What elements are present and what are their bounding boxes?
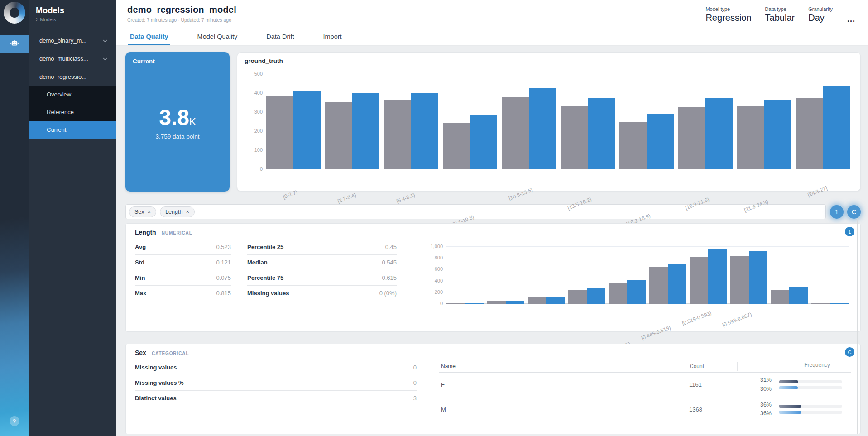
bar-reference[interactable] [771,290,789,304]
sidebar-subitem-current[interactable]: Current [29,121,116,139]
cell-frequency-bars [779,405,851,414]
bar-group[interactable]: [0.445-0.519) [649,264,687,304]
bar-current[interactable] [764,100,791,169]
bar-current[interactable] [789,287,808,304]
bar-group[interactable]: [0.371-0.445) [609,280,646,304]
bar-group[interactable]: [0-2.7) [266,91,321,169]
bar-reference[interactable] [796,98,823,169]
bar-group[interactable]: [24.3-27] [796,86,850,169]
chip-label: Length [165,209,182,215]
filter-chip-length[interactable]: Length× [160,206,195,217]
bar-reference[interactable] [266,96,293,169]
bar-current[interactable] [470,115,497,169]
bar-current[interactable] [587,288,605,304]
bar-reference[interactable] [568,290,587,304]
tab-import[interactable]: Import [321,28,344,45]
app-window: ? Models 3 Models demo_binary_m...demo_m… [0,0,868,436]
bar-group[interactable]: [0.667-0.741) [771,287,808,304]
bar-group[interactable]: [10.8-13.5) [502,88,556,169]
models-rail-button[interactable] [0,35,29,53]
bar-reference[interactable] [443,123,470,169]
help-button[interactable]: ? [10,416,19,426]
bar-reference[interactable] [619,122,647,169]
bar-current[interactable] [588,98,615,169]
bar-group[interactable]: [21.6-24.3) [737,100,791,169]
stat-label: Missing values [135,364,177,371]
bar-current[interactable] [293,91,321,169]
more-menu-button[interactable]: ... [846,15,856,23]
bar-reference[interactable] [325,102,352,169]
bar-group[interactable]: [0.519-0.593) [690,249,727,304]
current-datapoints-card[interactable]: Current 3.8K 3.759 data point [125,52,230,192]
bar-reference[interactable] [811,303,830,304]
bar-reference[interactable] [609,283,627,304]
bar-reference[interactable] [649,267,668,304]
tab-data-quality[interactable]: Data Quality [128,28,170,45]
sidebar-title: Models [36,6,109,15]
meta-group: Model typeRegression [705,6,751,23]
datapoint-count-big: 3.8K [159,107,196,129]
table-row[interactable]: M136836%36% [439,397,851,422]
filter-action-button-1[interactable]: 1 [830,205,844,219]
bar-current[interactable] [506,301,524,304]
sidebar-item-model[interactable]: demo_regressio... [29,67,116,86]
sex-card-body: Missing values0Missing values %0Distinct… [135,360,851,422]
bar-group[interactable]: [0.593-0.667) [730,251,768,304]
bar-group[interactable]: [0.741-0.815] [811,303,849,304]
sex-card-header: Sex CATEGORICAL [135,349,851,356]
sidebar-subitem-overview[interactable]: Overview [29,86,116,103]
bar-current[interactable] [708,249,727,304]
bar-current[interactable] [627,280,646,304]
bar-reference[interactable] [690,257,708,304]
percentage-value: 30% [737,385,772,393]
close-icon[interactable]: × [186,210,189,214]
bar-current[interactable] [749,251,767,304]
bar-reference[interactable] [528,297,546,304]
sidebar-subitem-reference[interactable]: Reference [29,103,116,121]
bar-current[interactable] [647,114,674,169]
variable-filter-input[interactable]: Sex×Length× [125,204,826,219]
filter-action-button-c[interactable]: C [847,205,861,219]
bar-group[interactable]: [5.4-8.1) [384,93,438,169]
bar-reference[interactable] [737,106,764,169]
cell-name: M [439,406,683,413]
bar-reference[interactable] [384,100,411,169]
bar-reference[interactable] [561,106,588,169]
sidebar-item-model[interactable]: demo_binary_m... [29,31,116,49]
bar-current[interactable] [411,93,438,169]
bar-group[interactable]: [13.5-16.2) [561,98,615,169]
x-axis-label: [2.7-5.4) [337,192,357,204]
bar-group[interactable]: [0.223-0.297) [528,297,565,304]
sex-card-badge[interactable]: C [845,347,854,357]
bar-current[interactable] [823,86,850,169]
bar-group[interactable]: [2.7-5.4) [325,93,379,169]
bar-reference[interactable] [446,303,465,304]
chevron-down-icon [103,55,107,62]
sidebar-item-model[interactable]: demo_multiclass... [29,49,116,67]
bar-current[interactable] [705,98,733,169]
bar-group[interactable]: [18.9-21.6) [678,98,733,169]
bar-reference[interactable] [678,107,705,169]
bar-current[interactable] [352,93,379,169]
y-axis-tick: 0 [245,166,263,172]
bar-group[interactable]: [0.075-0.149) [446,303,484,304]
bar-current[interactable] [830,303,849,304]
bar-reference[interactable] [502,97,529,169]
bar-current[interactable] [668,264,686,304]
table-row[interactable]: F116131%30% [439,373,851,397]
bar-group[interactable]: [0.297-0.371) [568,288,606,304]
tab-data-drift[interactable]: Data Drift [264,28,296,45]
bar-group[interactable]: [0.149-0.223) [487,301,525,304]
bar-current[interactable] [465,303,484,304]
bar-group[interactable]: [8.1-10.8) [443,115,497,169]
bar-current[interactable] [529,88,556,169]
filter-chip-sex[interactable]: Sex× [129,206,156,217]
bar-group[interactable]: [16.2-18.9) [619,114,674,169]
scrollbar-thumb[interactable] [857,218,858,434]
bar-current[interactable] [546,297,565,304]
tab-model-quality[interactable]: Model Quality [196,28,240,45]
bar-reference[interactable] [487,301,506,304]
bar-reference[interactable] [730,256,749,304]
close-icon[interactable]: × [148,210,151,214]
length-card-badge[interactable]: 1 [845,227,854,236]
